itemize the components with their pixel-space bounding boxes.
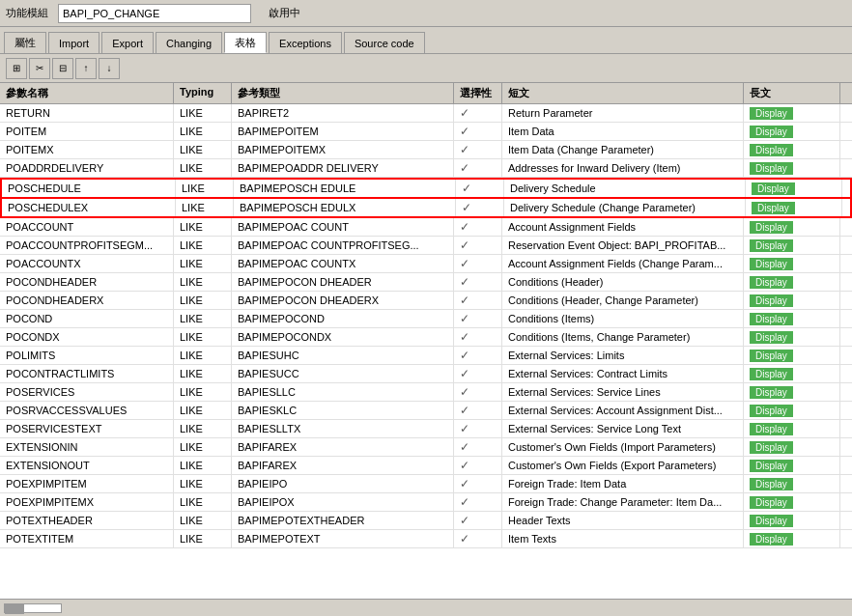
cell-display: Display <box>744 493 840 511</box>
table-row: POSERVICESTEXT LIKE BAPIESLLTX ✓ Externa… <box>0 420 852 438</box>
display-button[interactable]: Display <box>750 239 793 252</box>
cell-name: EXTENSIONIN <box>0 438 174 456</box>
cell-display: Display <box>744 328 840 346</box>
display-button[interactable]: Display <box>750 496 793 509</box>
table-row: POTEXTITEM LIKE BAPIMEPOTEXT ✓ Item Text… <box>0 530 852 548</box>
table-row: POCONTRACTLIMITS LIKE BAPIESUCC ✓ Extern… <box>0 365 852 383</box>
display-button[interactable]: Display <box>750 386 793 399</box>
table-row: POITEMX LIKE BAPIMEPOITEMX ✓ Item Data (… <box>0 141 852 159</box>
display-button[interactable]: Display <box>750 368 793 380</box>
cell-typing: LIKE <box>174 310 232 327</box>
cell-name: POSCHEDULE <box>2 180 176 197</box>
table-row: RETURN LIKE BAPIRET2 ✓ Return Parameter … <box>0 104 852 123</box>
tab-import[interactable]: Import <box>48 32 99 53</box>
tab-changing[interactable]: Changing <box>156 32 222 53</box>
cell-short-text: Conditions (Items) <box>502 310 744 327</box>
cell-name: POTEXTHEADER <box>0 512 174 529</box>
cell-ref-type: BAPIMEPOADDR DELIVERY <box>232 159 454 177</box>
cell-optional: ✓ <box>454 123 502 140</box>
display-button[interactable]: Display <box>750 423 793 435</box>
display-button[interactable]: Display <box>750 294 793 307</box>
cell-short-text: Customer's Own Fields (Export Parameters… <box>502 457 744 474</box>
cell-typing: LIKE <box>174 218 232 236</box>
toolbar-btn-2[interactable]: ✂ <box>29 58 50 79</box>
cell-short-text: Conditions (Items, Change Parameter) <box>502 328 744 346</box>
toolbar-btn-3[interactable]: ⊟ <box>52 58 73 79</box>
cell-name: POSERVICESTEXT <box>0 420 174 437</box>
display-button[interactable]: Display <box>750 276 793 289</box>
display-button[interactable]: Display <box>750 331 793 344</box>
tab-tables[interactable]: 表格 <box>224 32 267 53</box>
cell-display: Display <box>744 457 840 474</box>
cell-short-text: Foreign Trade: Item Data <box>502 475 744 492</box>
display-button[interactable]: Display <box>750 460 793 472</box>
cell-short-text: Delivery Schedule (Change Parameter) <box>504 199 746 216</box>
content-area: 參數名稱 Typing 參考類型 選擇性 短文 長文 RETURN LIKE B… <box>0 83 852 599</box>
cell-typing: LIKE <box>174 457 232 474</box>
toolbar-btn-1[interactable]: ⊞ <box>6 58 27 79</box>
cell-name: POCOND <box>0 310 174 327</box>
table-row: POCONDX LIKE BAPIMEPOCONDX ✓ Conditions … <box>0 328 852 347</box>
display-button[interactable]: Display <box>752 182 795 195</box>
cell-display: Display <box>744 218 840 236</box>
display-button[interactable]: Display <box>750 313 793 325</box>
cell-short-text: Item Data (Change Parameter) <box>502 141 744 158</box>
cell-ref-type: BAPIMEPOAC COUNTPROFITSEG... <box>232 237 454 254</box>
display-button[interactable]: Display <box>750 126 793 138</box>
cell-display: Display <box>744 159 840 177</box>
cell-name: POEXPIMPITEM <box>0 475 174 492</box>
cell-display: Display <box>744 104 840 122</box>
display-button[interactable]: Display <box>750 162 793 175</box>
cell-typing: LIKE <box>174 530 232 547</box>
display-button[interactable]: Display <box>752 202 795 214</box>
cell-optional: ✓ <box>456 180 504 197</box>
cell-ref-type: BAPIMEPOAC COUNTX <box>232 255 454 272</box>
main-window: 功能模組 啟用中 屬性 Import Export Changing 表格 Ex… <box>0 0 852 616</box>
display-button[interactable]: Display <box>750 478 793 490</box>
cell-optional: ✓ <box>454 310 502 327</box>
display-button[interactable]: Display <box>750 533 793 546</box>
cell-typing: LIKE <box>174 438 232 456</box>
tab-attributes[interactable]: 屬性 <box>4 32 46 53</box>
tab-exceptions[interactable]: Exceptions <box>269 32 342 53</box>
display-button[interactable]: Display <box>750 107 793 120</box>
toolbar-btn-5[interactable]: ↓ <box>99 58 120 79</box>
cell-typing: LIKE <box>174 237 232 254</box>
cell-ref-type: BAPIMEPOTEXT <box>232 530 454 547</box>
toolbar-btn-4[interactable]: ↑ <box>75 58 97 79</box>
cell-ref-type: BAPIMEPOCONDX <box>232 328 454 346</box>
func-module-input[interactable] <box>58 4 251 23</box>
cell-optional: ✓ <box>454 347 502 364</box>
tab-source-code[interactable]: Source code <box>344 32 425 53</box>
cell-display: Display <box>744 292 840 309</box>
cell-display: Display <box>744 402 840 419</box>
cell-optional: ✓ <box>454 159 502 177</box>
cell-display: Display <box>744 475 840 492</box>
display-button[interactable]: Display <box>750 258 793 270</box>
cell-ref-type: BAPIMEPOTEXTHEADER <box>232 512 454 529</box>
cell-short-text: Conditions (Header, Change Parameter) <box>502 292 744 309</box>
cell-ref-type: BAPIMEPOCON DHEADERX <box>232 292 454 309</box>
display-button[interactable]: Display <box>750 350 793 362</box>
cell-display: Display <box>744 438 840 456</box>
display-button[interactable]: Display <box>750 221 793 234</box>
display-button[interactable]: Display <box>750 515 793 527</box>
display-button[interactable]: Display <box>750 405 793 417</box>
cell-typing: LIKE <box>174 123 232 140</box>
cell-optional: ✓ <box>454 104 502 122</box>
cell-typing: LIKE <box>174 383 232 401</box>
display-button[interactable]: Display <box>750 144 793 156</box>
cell-name: POACCOUNT <box>0 218 174 236</box>
cell-display: Display <box>744 365 840 382</box>
scroll-thumb[interactable] <box>5 604 24 614</box>
cell-name: POSRVACCESSVALUES <box>0 402 174 419</box>
tab-export[interactable]: Export <box>101 32 154 53</box>
cell-typing: LIKE <box>174 328 232 346</box>
cell-ref-type: BAPIMEPOSCH EDULE <box>234 180 456 197</box>
scroll-indicator[interactable] <box>4 603 62 613</box>
cell-optional: ✓ <box>456 199 504 216</box>
display-button[interactable]: Display <box>750 441 793 454</box>
cell-short-text: External Services: Service Long Text <box>502 420 744 437</box>
cell-optional: ✓ <box>454 273 502 291</box>
cell-optional: ✓ <box>454 237 502 254</box>
